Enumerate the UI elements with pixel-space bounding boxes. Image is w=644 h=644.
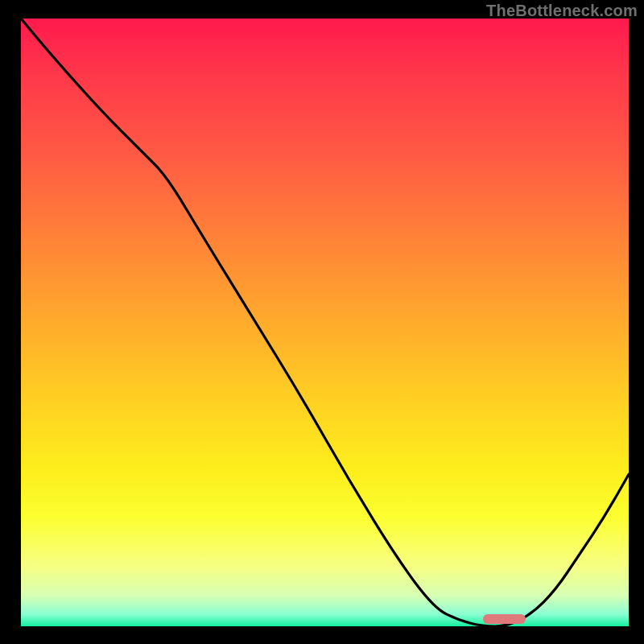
x-axis bbox=[19, 626, 629, 629]
optimal-range-marker bbox=[483, 614, 526, 624]
bottleneck-curve bbox=[21, 19, 629, 626]
watermark-text: TheBottleneck.com bbox=[486, 2, 638, 20]
y-axis bbox=[19, 19, 21, 629]
